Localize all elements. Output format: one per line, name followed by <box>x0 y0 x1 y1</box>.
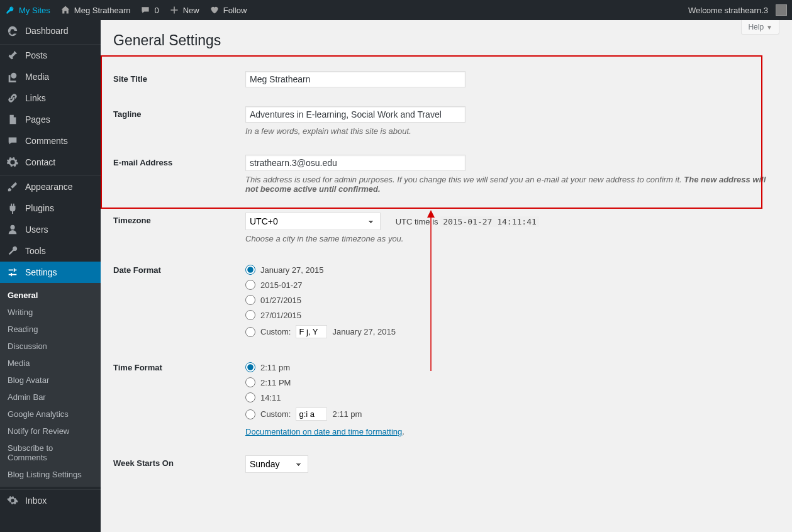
menu-label: Appearance <box>25 182 73 192</box>
submenu-blog-avatar[interactable]: Blog Avatar <box>0 372 101 389</box>
menu-label: Media <box>25 72 49 82</box>
comments-count: 0 <box>154 6 159 15</box>
utc-prefix: UTC time is <box>396 217 441 226</box>
new-label: New <box>183 6 199 15</box>
timezone-select[interactable]: UTC+0 <box>245 213 381 230</box>
time-format-radio-2[interactable] <box>245 377 255 387</box>
menu-label: Pages <box>25 114 50 125</box>
avatar <box>776 4 787 16</box>
admin-bar: My Sites Meg Strathearn 0 New Follow Wel… <box>0 0 792 20</box>
menu-settings[interactable]: Settings <box>0 262 101 283</box>
menu-label: Links <box>25 93 46 103</box>
date-format-opt3: 01/27/2015 <box>260 296 301 305</box>
menu-links[interactable]: Links <box>0 87 101 109</box>
site-title-input[interactable] <box>245 71 466 87</box>
menu-media[interactable]: Media <box>0 66 101 87</box>
date-format-opt4: 27/01/2015 <box>260 311 301 320</box>
submenu-general[interactable]: General <box>0 287 101 304</box>
time-format-radio-custom[interactable] <box>245 409 255 419</box>
welcome-text: Welcome strathearn.3 <box>688 6 768 15</box>
utc-time-text: UTC time is 2015-01-27 14:11:41 <box>396 217 539 226</box>
email-description: This address is used for admin purposes.… <box>245 175 773 194</box>
menu-label: Inbox <box>25 496 47 506</box>
time-format-custom-preview: 2:11 pm <box>332 409 362 419</box>
menu-label: Users <box>25 224 48 235</box>
week-starts-select[interactable]: Sunday <box>245 455 308 473</box>
site-title-label: Site Title <box>113 62 239 97</box>
comment-icon <box>6 135 19 147</box>
submenu-notify[interactable]: Notify for Review <box>0 423 101 440</box>
help-tab[interactable]: Help ▼ <box>741 20 779 35</box>
my-sites-menu[interactable]: My Sites <box>0 0 55 20</box>
date-format-opt1: January 27, 2015 <box>260 265 323 275</box>
menu-label: Posts <box>25 50 47 60</box>
date-format-radio-custom[interactable] <box>245 327 255 337</box>
date-format-radio-3[interactable] <box>245 295 255 305</box>
pin-icon <box>6 50 19 61</box>
time-format-radio-1[interactable] <box>245 362 255 372</box>
menu-pages[interactable]: Pages <box>0 109 101 130</box>
site-name-menu[interactable]: Meg Strathearn <box>55 0 136 20</box>
wrench-icon <box>6 245 19 257</box>
gear-icon <box>6 157 19 168</box>
submenu-subscribe[interactable]: Subscribe to Comments <box>0 440 101 466</box>
week-starts-label: Week Starts On <box>113 446 239 482</box>
time-format-custom-input[interactable] <box>296 407 327 421</box>
time-format-label: Time Format <box>113 350 239 446</box>
time-format-custom-label: Custom: <box>260 409 291 419</box>
date-format-radio-2[interactable] <box>245 280 255 290</box>
tagline-input[interactable] <box>245 106 466 123</box>
settings-submenu: General Writing Reading Discussion Media… <box>0 283 101 487</box>
submenu-media[interactable]: Media <box>0 355 101 372</box>
main-content: Help ▼ General Settings Site Title Tagli… <box>101 20 792 532</box>
date-format-radio-4[interactable] <box>245 310 255 320</box>
new-content-menu[interactable]: New <box>164 0 204 20</box>
menu-inbox[interactable]: Inbox <box>0 490 101 511</box>
key-icon <box>5 5 15 15</box>
heart-icon <box>209 5 220 15</box>
period: . <box>402 427 404 436</box>
submenu-reading[interactable]: Reading <box>0 321 101 338</box>
media-icon <box>6 71 19 82</box>
time-format-opt2: 2:11 PM <box>260 378 291 387</box>
follow-menu[interactable]: Follow <box>204 0 252 20</box>
account-menu[interactable]: Welcome strathearn.3 <box>683 0 792 20</box>
menu-appearance[interactable]: Appearance <box>0 176 101 197</box>
submenu-google-analytics[interactable]: Google Analytics <box>0 406 101 423</box>
menu-dashboard[interactable]: Dashboard <box>0 20 101 42</box>
submenu-discussion[interactable]: Discussion <box>0 338 101 355</box>
dashboard-icon <box>6 25 19 36</box>
plus-icon <box>169 5 179 15</box>
menu-label: Dashboard <box>25 26 69 36</box>
submenu-admin-bar[interactable]: Admin Bar <box>0 389 101 406</box>
time-format-radio-3[interactable] <box>245 392 255 402</box>
date-format-custom-label: Custom: <box>260 327 291 336</box>
date-format-custom-input[interactable] <box>296 325 327 338</box>
menu-contact[interactable]: Contact <box>0 152 101 173</box>
date-format-custom-preview: January 27, 2015 <box>332 327 395 336</box>
email-desc-text: This address is used for admin purposes.… <box>245 175 684 184</box>
menu-tools[interactable]: Tools <box>0 240 101 262</box>
menu-plugins[interactable]: Plugins <box>0 197 101 219</box>
menu-users[interactable]: Users <box>0 219 101 240</box>
date-format-radio-1[interactable] <box>245 265 255 275</box>
date-format-label: Date Format <box>113 253 239 350</box>
comment-icon <box>140 5 150 15</box>
chevron-down-icon: ▼ <box>766 24 772 31</box>
menu-label: Contact <box>25 157 55 167</box>
date-time-doc-link[interactable]: Documentation on date and time formattin… <box>245 427 402 436</box>
comments-menu[interactable]: 0 <box>135 0 164 20</box>
follow-label: Follow <box>223 6 247 15</box>
plug-icon <box>6 202 19 214</box>
menu-comments[interactable]: Comments <box>0 130 101 152</box>
email-input[interactable] <box>245 155 466 171</box>
menu-label: Tools <box>25 246 46 256</box>
menu-label: Settings <box>25 267 57 277</box>
submenu-blog-listing[interactable]: Blog Listing Settings <box>0 466 101 483</box>
time-format-opt3: 14:11 <box>260 393 281 402</box>
menu-posts[interactable]: Posts <box>0 45 101 66</box>
submenu-writing[interactable]: Writing <box>0 304 101 321</box>
page-icon <box>6 114 19 125</box>
page-title: General Settings <box>113 26 779 62</box>
timezone-description: Choose a city in the same timezone as yo… <box>245 234 773 243</box>
